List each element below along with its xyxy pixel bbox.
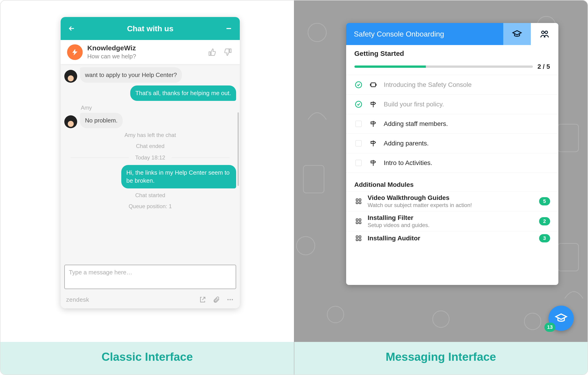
svg-point-0 [227,299,229,300]
more-icon[interactable] [226,296,234,304]
count-badge: 2 [539,217,550,225]
svg-rect-26 [359,236,361,238]
message-bubble: want to apply to your Help Center? [80,67,182,83]
time-divider: Today 18:12 [64,154,236,161]
svg-rect-18 [359,199,361,201]
status-left-chat: Amy has left the chat [64,132,236,138]
module-item[interactable]: Installing Auditor3 [346,231,558,245]
signpost-icon [369,139,378,148]
module-subtitle: Watch our subject matter experts in acti… [368,202,472,208]
svg-point-12 [542,31,544,33]
grid-icon [354,234,363,242]
progress: 2 / 5 [346,59,558,75]
module-item[interactable]: Video Walkthrough GuidesWatch our subjec… [346,191,558,211]
svg-point-7 [327,306,344,323]
minimize-icon[interactable] [224,24,233,33]
svg-rect-5 [303,165,324,193]
tab-learn[interactable] [503,23,531,45]
scrollbar[interactable] [238,112,239,186]
grid-icon [354,197,363,205]
back-icon[interactable] [67,24,76,33]
step-label: Introducing the Safety Console [384,81,472,88]
message-bubble: Hi, the links in my Help Center seem to … [121,165,236,188]
unchecked-icon [354,120,363,128]
message-out: That's all, thanks for helping me out. [64,86,236,101]
agent-subtitle: How can we help? [87,53,136,60]
attachment-icon[interactable] [212,296,220,304]
onboarding-step[interactable]: Intro to Activities. [346,153,558,173]
chat-footer: zendesk [61,293,240,308]
signpost-icon [369,158,378,168]
svg-rect-24 [359,222,361,224]
svg-point-1 [230,299,231,300]
message-input[interactable]: Type a message here… [64,265,236,289]
agent-card: KnowledgeWiz How can we help? [61,40,240,64]
help-launcher[interactable]: 13 [548,306,574,331]
onboarding-title: Safety Console Onboarding [346,30,503,38]
module-subtitle: Setup videos and guides. [368,222,430,228]
chat-widget: Chat with us KnowledgeWiz How can we hel… [61,17,240,308]
additional-title: Additional Modules [346,173,558,191]
video-icon [369,80,378,89]
module-item[interactable]: Installing FilterSetup videos and guides… [346,211,558,231]
svg-point-13 [545,31,547,33]
label-messaging: Messaging Interface [294,342,588,375]
messaging-pane: Safety Console Onboarding Getting Starte… [294,0,588,342]
message-bubble: No problem. [80,113,123,128]
unchecked-icon [354,139,363,148]
agent-name: KnowledgeWiz [87,44,136,52]
module-title: Video Walkthrough Guides [368,194,472,202]
svg-rect-25 [356,236,358,238]
svg-point-3 [308,23,326,42]
status-chat-started: Chat started [64,192,236,199]
label-classic: Classic Interface [0,342,294,375]
chat-header: Chat with us [61,17,240,40]
avatar [64,70,77,83]
svg-rect-20 [359,202,361,204]
count-badge: 5 [539,197,550,205]
message-in: want to apply to your Help Center? [64,67,236,83]
svg-rect-27 [356,239,358,241]
svg-rect-28 [359,239,361,241]
svg-rect-6 [558,124,578,152]
onboarding-step[interactable]: Adding parents. [346,134,558,153]
signpost-icon [369,100,378,109]
step-label: Adding staff members. [384,120,448,128]
step-label: Intro to Activities. [384,159,432,167]
progress-label: 2 / 5 [537,63,550,70]
onboarding-step[interactable]: Build your first policy. [346,95,558,114]
tab-people[interactable] [531,23,558,45]
message-out: Hi, the links in my Help Center seem to … [64,165,236,188]
count-badge: 3 [539,234,550,242]
svg-point-2 [232,299,233,300]
brand-label: zendesk [66,296,89,303]
onboarding-step[interactable]: Adding staff members. [346,114,558,134]
svg-rect-21 [356,219,358,221]
svg-rect-10 [558,243,578,271]
chat-title: Chat with us [76,24,224,33]
svg-rect-23 [356,222,358,224]
svg-rect-17 [356,199,358,201]
onboarding-step[interactable]: Introducing the Safety Console [346,75,558,95]
help-badge: 13 [544,323,555,332]
step-label: Adding parents. [384,140,429,147]
module-title: Installing Auditor [368,235,420,242]
grid-icon [354,217,363,225]
classic-pane: Chat with us KnowledgeWiz How can we hel… [0,0,294,342]
check-icon [354,81,363,89]
section-title: Getting Started [354,50,550,57]
chat-body: want to apply to your Help Center? That'… [61,64,240,261]
thumbs-down-icon[interactable] [222,47,233,58]
onboarding-card: Safety Console Onboarding Getting Starte… [346,23,558,285]
svg-point-11 [432,311,449,327]
agent-avatar [67,44,83,60]
unchecked-icon [354,159,363,167]
sender-name: Amy [81,105,236,111]
thumbs-up-icon[interactable] [207,47,218,58]
svg-point-8 [524,313,541,330]
step-label: Build your first policy. [384,101,444,108]
popout-icon[interactable] [199,296,207,304]
check-icon [354,100,363,108]
status-chat-ended: Chat ended [64,143,236,149]
avatar [64,115,77,128]
